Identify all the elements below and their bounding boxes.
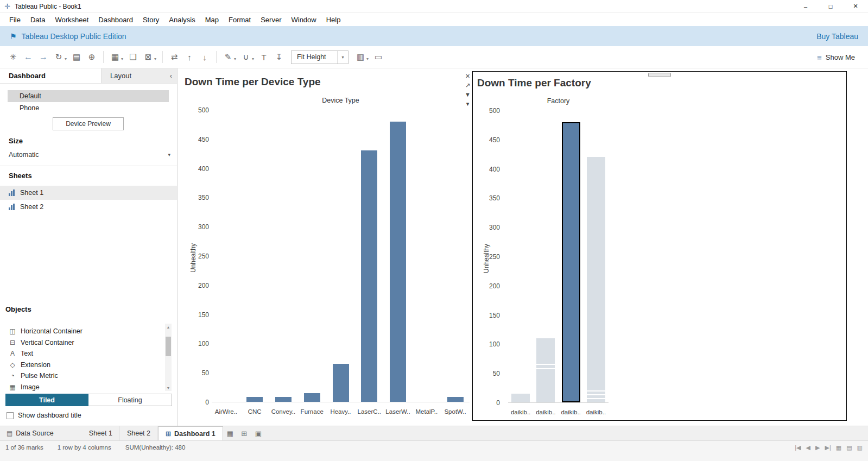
device-mode-default[interactable]: Default	[8, 90, 169, 102]
highlight-icon[interactable]: ✎	[221, 50, 235, 64]
menu-map[interactable]: Map	[200, 13, 224, 26]
buy-tableau-link[interactable]: Buy Tableau	[816, 32, 858, 41]
show-filmstrip-icon[interactable]: ▤	[846, 444, 852, 451]
show-sheet-sorter-icon[interactable]: ▥	[857, 444, 863, 451]
data-source-tab[interactable]: ▤ Data Source	[0, 426, 60, 440]
first-sheet-icon[interactable]: |◀	[795, 444, 801, 451]
object-image[interactable]: ▦ Image	[5, 382, 172, 393]
object-extension[interactable]: ◇ Extension	[5, 359, 172, 371]
replay-icon[interactable]: ↻	[52, 50, 65, 64]
bar-2-daikib[interactable]	[562, 122, 580, 402]
new-dashboard-button[interactable]: ⊞	[237, 426, 251, 440]
tab-dashboard-1[interactable]: ⊞ Dashboard 1	[158, 426, 223, 440]
menu-server[interactable]: Server	[256, 13, 286, 26]
object-vertical-container[interactable]: ⊟ Vertical Container	[5, 337, 172, 349]
object-pulse-metric[interactable]: ◔ Pulse Metric	[5, 370, 172, 382]
tab-layout-pane[interactable]: Layout	[101, 68, 165, 83]
presentation-mode-icon[interactable]: ▭	[372, 50, 385, 64]
close-button[interactable]: ✕	[843, 0, 868, 13]
more-options-caret-icon[interactable]: ▾	[466, 100, 470, 107]
bar-5-laserc[interactable]	[361, 150, 377, 402]
menu-story[interactable]: Story	[138, 13, 164, 26]
tab-dashboard-pane[interactable]: Dashboard	[0, 68, 101, 83]
menu-help[interactable]: Help	[321, 13, 346, 26]
text-label-icon[interactable]: T	[257, 50, 270, 64]
new-worksheet-icon[interactable]: ▦	[109, 50, 122, 64]
floating-button[interactable]: Floating	[88, 394, 172, 406]
fit-dropdown[interactable]: Fit Height ▾	[291, 50, 349, 64]
highlight-caret-icon[interactable]: ▾	[234, 56, 236, 61]
swap-rows-columns-icon[interactable]: ⇄	[168, 50, 181, 64]
show-cards-caret-icon[interactable]: ▾	[366, 56, 369, 61]
replay-caret-icon[interactable]: ▾	[65, 56, 67, 61]
drag-handle-icon[interactable]	[648, 73, 671, 77]
object-horizontal-container[interactable]: ◫ Horizontal Container	[5, 326, 172, 337]
go-to-sheet-icon[interactable]: ↗	[465, 82, 470, 89]
fit-caret-icon[interactable]: ▾	[337, 51, 348, 64]
maximize-button[interactable]: □	[818, 0, 843, 13]
tiled-button[interactable]: Tiled	[5, 394, 88, 406]
next-sheet-icon[interactable]: ▶	[815, 444, 820, 451]
clear-sheet-caret-icon[interactable]: ▾	[154, 56, 156, 61]
size-caret-icon[interactable]: ▾	[168, 152, 170, 157]
scrollbar-thumb[interactable]	[166, 337, 171, 356]
clear-sheet-icon[interactable]: ⊠	[142, 50, 155, 64]
sort-ascending-icon[interactable]: ↑	[183, 50, 196, 64]
previous-sheet-icon[interactable]: ◀	[806, 444, 810, 451]
menu-window[interactable]: Window	[286, 13, 321, 26]
group-caret-icon[interactable]: ▾	[252, 56, 254, 61]
menu-format[interactable]: Format	[224, 13, 256, 26]
collapse-pane-icon[interactable]: ‹	[165, 68, 177, 83]
plot-area[interactable]: daikib..daikib..daikib..daikib..	[508, 111, 609, 403]
new-worksheet-caret-icon[interactable]: ▾	[121, 56, 123, 61]
object-text[interactable]: A Text	[5, 348, 172, 359]
bar-3-furnace[interactable]	[304, 393, 320, 402]
bar-8-spotw[interactable]	[447, 397, 464, 402]
menu-data[interactable]: Data	[26, 13, 50, 26]
device-preview-button[interactable]: Device Preview	[53, 117, 124, 130]
show-tabs-icon[interactable]: ▦	[836, 444, 841, 451]
save-icon[interactable]: ▤	[70, 50, 83, 64]
show-dashboard-title-checkbox[interactable]	[7, 412, 14, 419]
plot-area[interactable]: AirWre..CNCConvey..FurnaceHeavy..LaserC.…	[212, 110, 470, 402]
bar-3-daikib[interactable]	[587, 157, 605, 402]
device-mode-phone[interactable]: Phone	[8, 102, 169, 114]
undo-icon[interactable]: ←	[22, 50, 35, 64]
start-page-icon[interactable]: ✳	[7, 50, 20, 64]
show-cards-icon[interactable]: ▥	[354, 50, 367, 64]
last-sheet-icon[interactable]: ▶|	[825, 444, 831, 451]
bar-6-laserw[interactable]	[390, 122, 406, 402]
menu-worksheet[interactable]: Worksheet	[50, 13, 93, 26]
new-story-button[interactable]: ▣	[251, 426, 265, 440]
bar-1-daikib[interactable]	[536, 338, 555, 402]
bar-1-cnc[interactable]	[246, 397, 263, 402]
mark-divider	[587, 390, 605, 391]
remove-sheet-icon[interactable]: ✕	[465, 73, 470, 79]
redo-icon[interactable]: →	[37, 50, 50, 64]
filter-icon[interactable]: ▼	[465, 91, 471, 98]
scroll-up-icon[interactable]: ▲	[165, 324, 172, 330]
new-data-source-icon[interactable]: ⊕	[85, 50, 98, 64]
objects-scrollbar[interactable]: ▲ ▼	[165, 324, 172, 391]
bar-0-daikib[interactable]	[511, 394, 530, 402]
tab-sheet-1[interactable]: Sheet 1	[82, 426, 120, 440]
menu-analysis[interactable]: Analysis	[164, 13, 200, 26]
factory-sheet-view[interactable]: Down Time per Factory Factory Unhealthy …	[472, 71, 847, 421]
tab-sheet-2[interactable]: Sheet 2	[120, 426, 158, 440]
bar-2-convey[interactable]	[275, 397, 292, 402]
menu-file[interactable]: File	[4, 13, 26, 26]
size-dropdown[interactable]: Automatic ▾	[9, 149, 170, 161]
show-me-button[interactable]: ≡ Show Me	[817, 53, 855, 62]
duplicate-icon[interactable]: ❏	[126, 50, 140, 64]
scroll-down-icon[interactable]: ▼	[165, 384, 172, 391]
sidebar-item-sheet-2[interactable]: Sheet 2	[0, 200, 177, 214]
menu-dashboard[interactable]: Dashboard	[93, 13, 138, 26]
minimize-button[interactable]: –	[793, 0, 818, 13]
sort-descending-icon[interactable]: ↓	[198, 50, 211, 64]
sidebar-item-sheet-1[interactable]: Sheet 1	[0, 186, 177, 200]
bar-4-heavy[interactable]	[333, 364, 349, 402]
group-members-icon[interactable]: ∪	[239, 50, 252, 64]
fix-axes-icon[interactable]: ↧	[273, 50, 286, 64]
device-type-sheet-view[interactable]: Down Time per Device Type Device Type Un…	[178, 68, 471, 426]
new-worksheet-button[interactable]: ▦	[223, 426, 237, 440]
